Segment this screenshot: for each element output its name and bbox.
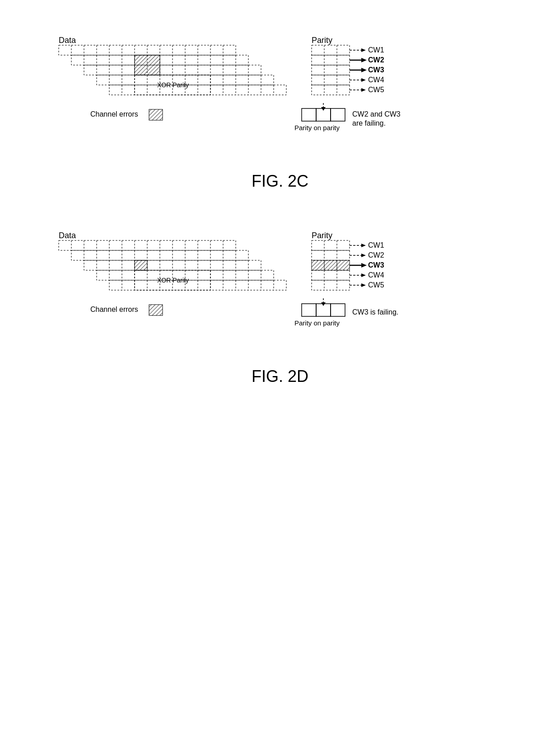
fig2d-label: FIG. 2D <box>252 367 308 386</box>
fig2d-pop-label: Parity on parity <box>294 319 340 327</box>
svg-marker-94 <box>361 68 367 72</box>
svg-marker-198 <box>361 263 367 268</box>
fig2d-section: Data Parity <box>27 213 533 404</box>
svg-rect-77 <box>312 55 350 65</box>
fig2c-xor-label: XOR Parity <box>157 81 189 89</box>
svg-marker-92 <box>361 58 367 62</box>
fig2c-cw1: CW1 <box>368 46 384 54</box>
fig2c-cw5: CW5 <box>368 86 384 94</box>
svg-rect-104 <box>331 108 345 121</box>
svg-marker-194 <box>361 244 366 247</box>
fig2d-xor-label: XOR Parity <box>157 277 189 284</box>
fig2c-label: FIG. 2C <box>252 172 308 191</box>
svg-rect-203 <box>149 305 163 315</box>
svg-rect-178 <box>312 240 350 250</box>
fig2d-cw4: CW4 <box>368 271 384 279</box>
fig2d-channel-errors-label: Channel errors <box>90 306 138 313</box>
svg-rect-80 <box>312 65 350 75</box>
fig2c-cw3: CW3 <box>368 66 384 74</box>
fig2d-cw2: CW2 <box>368 251 384 259</box>
fig2c-channel-errors-label: Channel errors <box>90 110 138 118</box>
fig2c-diagram: Data Parity <box>27 18 533 163</box>
svg-marker-200 <box>361 273 366 277</box>
fig2c-failing-label: CW2 and CW3 <box>352 110 401 118</box>
svg-rect-187 <box>312 270 350 280</box>
svg-rect-181 <box>312 250 350 260</box>
svg-marker-96 <box>361 78 366 82</box>
fig2d-diagram: Data Parity <box>27 213 533 358</box>
svg-rect-184 <box>312 260 350 270</box>
fig2c-failing-label2: are failing. <box>352 119 386 127</box>
svg-rect-86 <box>312 85 350 95</box>
fig2d-cw3: CW3 <box>368 261 384 269</box>
svg-rect-100 <box>302 108 316 121</box>
page: Data Parity <box>0 0 560 729</box>
svg-marker-202 <box>361 283 366 287</box>
svg-marker-98 <box>361 88 366 92</box>
svg-rect-72 <box>135 55 160 75</box>
svg-rect-74 <box>312 45 350 55</box>
fig2c-cw4: CW4 <box>368 76 384 84</box>
fig2c-parity-label: Parity <box>312 36 332 45</box>
fig2d-cw5: CW5 <box>368 281 384 289</box>
fig2d-data-label: Data <box>59 231 76 240</box>
fig2d-parity-label: Parity <box>312 231 332 240</box>
svg-rect-190 <box>312 280 350 290</box>
fig2c-section: Data Parity <box>27 18 533 209</box>
svg-marker-196 <box>361 254 366 257</box>
fig2d-failing-label: CW3 is failing. <box>352 308 398 316</box>
svg-rect-83 <box>312 75 350 85</box>
svg-rect-208 <box>331 304 345 316</box>
svg-marker-103 <box>321 107 326 111</box>
svg-rect-176 <box>135 260 147 270</box>
fig2c-data-label: Data <box>59 36 76 45</box>
fig2c-pop-label: Parity on parity <box>294 124 340 132</box>
svg-rect-99 <box>149 109 163 120</box>
svg-marker-90 <box>361 48 366 52</box>
svg-rect-204 <box>302 304 316 316</box>
svg-marker-207 <box>321 302 326 306</box>
fig2c-cw2: CW2 <box>368 56 384 64</box>
fig2d-cw1: CW1 <box>368 241 384 249</box>
